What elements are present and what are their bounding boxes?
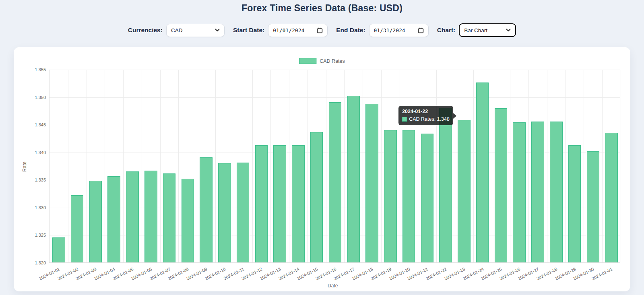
bar-2024-01-27[interactable]	[531, 122, 544, 262]
y-axis-title: Rate	[22, 161, 27, 171]
tooltip-caret	[453, 113, 456, 119]
currency-select-value: CAD	[171, 27, 183, 33]
bar-2024-01-11[interactable]	[237, 163, 250, 262]
chevron-down-icon	[506, 29, 511, 32]
v-gridline	[363, 70, 363, 262]
v-gridline	[455, 70, 455, 262]
y-tick-label: 1.345	[14, 122, 46, 127]
bar-2024-01-16[interactable]	[329, 102, 342, 262]
v-gridline	[528, 70, 529, 262]
x-axis-title: Date	[328, 283, 338, 289]
bar-2024-01-23[interactable]	[458, 120, 471, 262]
v-gridline	[308, 70, 308, 262]
page-title: Forex Time Series Data (Base: USD)	[0, 0, 644, 14]
y-tick-label: 1.350	[14, 95, 46, 100]
chart-card: CAD Rates 1.3201.3251.3301.3351.3401.345…	[14, 47, 630, 291]
controls-bar: Currencies: CAD Start Date: 01/01/2024 E…	[0, 23, 644, 37]
bar-2024-01-01[interactable]	[52, 237, 65, 262]
bar-2024-01-26[interactable]	[513, 122, 526, 262]
bar-2024-01-29[interactable]	[568, 145, 581, 262]
v-gridline	[381, 70, 382, 262]
bar-2024-01-17[interactable]	[347, 96, 360, 262]
v-gridline	[105, 70, 105, 262]
bar-2024-01-12[interactable]	[255, 145, 268, 262]
v-gridline	[178, 70, 179, 262]
v-gridline	[602, 70, 603, 262]
y-tick-label: 1.325	[14, 233, 46, 237]
start-date-label: Start Date:	[233, 27, 264, 34]
bar-2024-01-09[interactable]	[200, 157, 213, 262]
v-gridline	[160, 70, 161, 262]
v-gridline	[400, 70, 400, 262]
v-gridline	[234, 70, 234, 262]
legend-item-cad-rates[interactable]: CAD Rates	[299, 58, 345, 64]
chart-type-select-value: Bar Chart	[464, 27, 487, 33]
start-date-input[interactable]: 01/01/2024	[268, 24, 328, 37]
bar-2024-01-24[interactable]	[476, 83, 489, 262]
bar-2024-01-28[interactable]	[550, 122, 563, 262]
y-tick-label: 1.355	[14, 67, 46, 72]
chevron-down-icon	[215, 29, 220, 32]
bar-2024-01-19[interactable]	[384, 130, 397, 262]
h-gridline	[50, 97, 620, 98]
bar-2024-01-02[interactable]	[71, 195, 84, 262]
bar-2024-01-20[interactable]	[402, 130, 415, 262]
y-tick-label: 1.330	[14, 205, 46, 210]
bar-2024-01-10[interactable]	[218, 163, 231, 262]
y-tick-label: 1.340	[14, 150, 46, 155]
bar-2024-01-21[interactable]	[421, 134, 434, 262]
bar-2024-01-14[interactable]	[292, 145, 305, 262]
tooltip-label: CAD Rates: 1.348	[409, 116, 450, 122]
chart-type-label: Chart:	[437, 27, 456, 34]
bar-2024-01-22[interactable]	[439, 108, 452, 262]
bar-2024-01-30[interactable]	[587, 151, 600, 262]
start-date-value: 01/01/2024	[273, 27, 304, 33]
bar-2024-01-15[interactable]	[310, 132, 323, 262]
v-gridline	[510, 70, 510, 262]
v-gridline	[473, 70, 474, 262]
tooltip-title: 2024-01-22	[402, 109, 450, 114]
x-tick: 2024-01-31	[611, 265, 634, 272]
bar-2024-01-05[interactable]	[126, 171, 139, 262]
v-gridline	[289, 70, 289, 262]
calendar-icon	[317, 27, 323, 33]
v-gridline	[326, 70, 326, 262]
calendar-icon	[418, 27, 424, 33]
legend-label: CAD Rates	[320, 58, 345, 64]
bar-2024-01-25[interactable]	[495, 108, 508, 262]
y-tick-label: 1.320	[14, 260, 46, 265]
h-gridline	[50, 263, 620, 263]
plot-area	[49, 70, 620, 263]
end-date-input[interactable]: 01/31/2024	[369, 24, 429, 37]
end-date-value: 01/31/2024	[374, 27, 405, 33]
v-gridline	[344, 70, 345, 262]
bar-2024-01-08[interactable]	[182, 179, 194, 262]
bar-2024-01-18[interactable]	[365, 104, 378, 262]
v-gridline	[87, 70, 87, 262]
v-gridline	[270, 70, 271, 262]
end-date-label: End Date:	[336, 27, 365, 34]
bar-2024-01-04[interactable]	[107, 176, 120, 262]
x-tick-label: 2024-01-01	[38, 266, 61, 281]
page: Forex Time Series Data (Base: USD) Curre…	[0, 0, 644, 291]
v-gridline	[547, 70, 547, 262]
y-tick-label: 1.335	[14, 177, 46, 182]
bar-2024-01-06[interactable]	[144, 171, 157, 262]
chart-tooltip: 2024-01-22 CAD Rates: 1.348	[398, 106, 453, 125]
v-gridline	[215, 70, 216, 262]
v-gridline	[197, 70, 197, 262]
chart-type-select[interactable]: Bar Chart	[459, 23, 516, 37]
tooltip-color-swatch	[402, 117, 407, 122]
v-gridline	[252, 70, 253, 262]
legend-color-box	[299, 58, 316, 64]
bar-2024-01-07[interactable]	[163, 173, 176, 262]
bar-2024-01-31[interactable]	[605, 133, 618, 262]
h-gridline	[50, 70, 620, 70]
bar-2024-01-03[interactable]	[89, 181, 102, 262]
bar-2024-01-13[interactable]	[273, 145, 286, 262]
v-gridline	[621, 70, 621, 262]
currency-select[interactable]: CAD	[166, 24, 225, 37]
v-gridline	[142, 70, 142, 262]
v-gridline	[68, 70, 68, 262]
v-gridline	[436, 70, 437, 262]
